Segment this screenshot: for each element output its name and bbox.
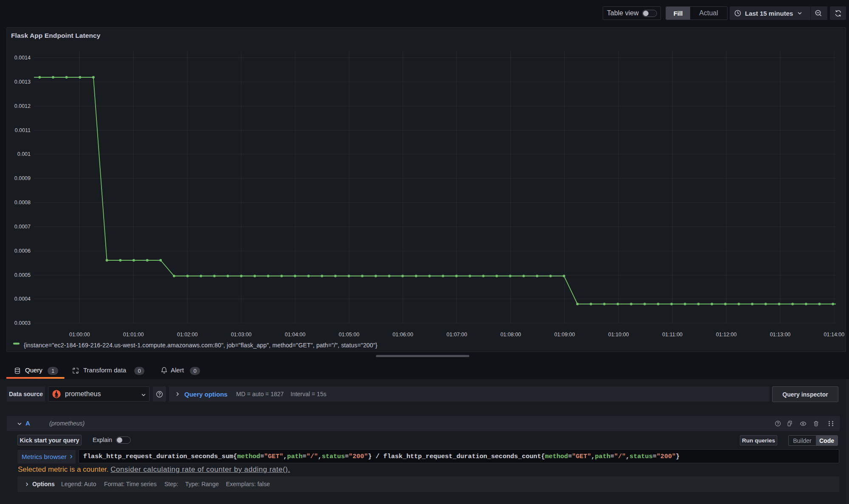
svg-text:0.0012: 0.0012 bbox=[14, 103, 31, 109]
svg-text:0.0004: 0.0004 bbox=[14, 296, 31, 302]
svg-text:0.0007: 0.0007 bbox=[14, 224, 31, 230]
svg-text:01:07:00: 01:07:00 bbox=[446, 332, 467, 338]
svg-text:0.0003: 0.0003 bbox=[14, 320, 31, 326]
svg-text:0.0008: 0.0008 bbox=[14, 200, 31, 206]
svg-text:01:09:00: 01:09:00 bbox=[554, 332, 575, 338]
svg-text:01:10:00: 01:10:00 bbox=[608, 332, 629, 338]
svg-text:0.0013: 0.0013 bbox=[14, 79, 31, 85]
svg-text:01:11:00: 01:11:00 bbox=[662, 332, 683, 338]
svg-text:01:03:00: 01:03:00 bbox=[231, 332, 252, 338]
svg-text:0.0011: 0.0011 bbox=[15, 127, 31, 133]
svg-text:01:02:00: 01:02:00 bbox=[177, 332, 198, 338]
svg-text:01:12:00: 01:12:00 bbox=[716, 332, 737, 338]
svg-text:0.0006: 0.0006 bbox=[14, 248, 31, 254]
svg-text:01:04:00: 01:04:00 bbox=[285, 332, 306, 338]
svg-text:01:13:00: 01:13:00 bbox=[770, 332, 791, 338]
svg-text:0.0005: 0.0005 bbox=[14, 272, 31, 278]
svg-text:01:00:00: 01:00:00 bbox=[69, 332, 90, 338]
svg-text:0.0014: 0.0014 bbox=[14, 55, 31, 61]
svg-text:{instance="ec2-184-169-216-224: {instance="ec2-184-169-216-224.us-west-1… bbox=[24, 342, 378, 349]
svg-text:01:06:00: 01:06:00 bbox=[392, 332, 413, 338]
svg-text:01:05:00: 01:05:00 bbox=[338, 332, 359, 338]
svg-text:01:01:00: 01:01:00 bbox=[123, 332, 144, 338]
svg-text:0.001: 0.001 bbox=[17, 151, 31, 157]
svg-text:01:08:00: 01:08:00 bbox=[500, 332, 521, 338]
svg-text:0.0009: 0.0009 bbox=[14, 175, 31, 181]
svg-text:01:14:00: 01:14:00 bbox=[824, 332, 845, 338]
